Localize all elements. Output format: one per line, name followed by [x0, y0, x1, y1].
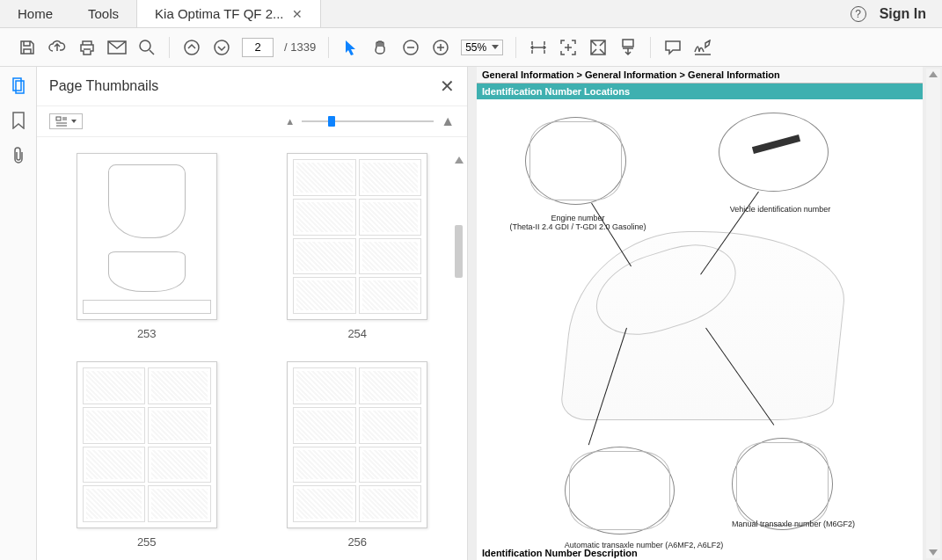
- close-icon[interactable]: ✕: [292, 7, 303, 21]
- toolbar: / 1339 55%: [0, 28, 942, 67]
- top-right: ? Sign In: [851, 0, 942, 27]
- thumbnail-item[interactable]: 254: [266, 153, 450, 340]
- thumbnail-item[interactable]: 253: [55, 153, 239, 340]
- pointer-icon[interactable]: [341, 38, 361, 57]
- callout-vin: [719, 113, 829, 192]
- diagram: Engine number(Theta-II 2.4 GDI / T-GDI 2…: [477, 99, 923, 521]
- page-number-input[interactable]: [242, 38, 274, 57]
- svg-rect-5: [56, 117, 61, 120]
- svg-point-1: [185, 40, 199, 55]
- zoom-select[interactable]: 55%: [461, 40, 503, 55]
- search-icon[interactable]: [137, 38, 157, 57]
- thumbnail-item[interactable]: 256: [266, 361, 450, 549]
- label-engine: Engine number(Theta-II 2.4 GDI / T-GDI 2…: [499, 214, 657, 231]
- fit-page-icon[interactable]: [559, 38, 578, 57]
- tab-home[interactable]: Home: [0, 0, 70, 27]
- top-tabs: Home Tools Kia Optima TF QF 2... ✕ ? Sig…: [0, 0, 942, 28]
- hand-icon[interactable]: [371, 38, 391, 57]
- cloud-upload-icon[interactable]: [47, 38, 67, 57]
- thumbnail-size-slider[interactable]: ▲ ▲: [285, 113, 455, 129]
- email-icon[interactable]: [107, 38, 127, 57]
- thumbnail-number: 255: [137, 535, 157, 549]
- svg-point-2: [215, 40, 229, 55]
- thumbnail-number: 254: [347, 327, 367, 340]
- large-thumb-icon: ▲: [441, 113, 455, 129]
- small-thumb-icon: ▲: [285, 116, 295, 127]
- sign-icon[interactable]: [693, 38, 712, 57]
- thumbnail-panel: Page Thumbnails ✕ ▲ ▲ 253: [37, 67, 468, 560]
- comment-icon[interactable]: [663, 38, 683, 57]
- section-title: Identification Number Locations: [477, 84, 923, 99]
- main: Page Thumbnails ✕ ▲ ▲ 253: [0, 67, 942, 560]
- close-panel-icon[interactable]: ✕: [440, 76, 455, 97]
- document-page: General Information > General Informatio…: [477, 67, 923, 560]
- document-scrollbar[interactable]: [926, 69, 940, 558]
- thumbnail-number: 253: [137, 327, 157, 340]
- help-icon[interactable]: ?: [851, 6, 866, 22]
- subheading: Identification Number Description: [477, 546, 643, 560]
- page-total: / 1339: [284, 40, 316, 54]
- bookmark-rail-icon[interactable]: [9, 111, 28, 130]
- callout-manual-transaxle: [732, 438, 833, 530]
- car-outline: [569, 231, 842, 420]
- tab-file-label: Kia Optima TF QF 2...: [155, 6, 283, 21]
- attachment-rail-icon[interactable]: [9, 146, 28, 165]
- tab-tools[interactable]: Tools: [70, 0, 136, 27]
- page-down-icon[interactable]: [212, 38, 231, 57]
- fullscreen-icon[interactable]: [588, 38, 608, 57]
- label-manual: Manual transaxle number (M6GF2): [719, 520, 868, 528]
- save-icon[interactable]: [18, 38, 37, 57]
- tab-file[interactable]: Kia Optima TF QF 2... ✕: [136, 0, 321, 27]
- panel-title: Page Thumbnails: [49, 78, 158, 94]
- sign-in-button[interactable]: Sign In: [880, 6, 926, 22]
- fit-width-icon[interactable]: [529, 38, 548, 57]
- thumbnail-item[interactable]: 255: [55, 361, 239, 549]
- left-rail: [0, 67, 37, 560]
- scroll-mode-icon[interactable]: [618, 38, 638, 57]
- thumbnail-scrollbar[interactable]: [455, 146, 464, 560]
- callout-engine: [525, 117, 626, 205]
- callout-auto-transaxle: [565, 447, 675, 535]
- breadcrumb: General Information > General Informatio…: [477, 67, 923, 84]
- svg-point-0: [140, 40, 150, 51]
- page-up-icon[interactable]: [182, 38, 201, 57]
- thumbnail-grid[interactable]: 253 254 255: [37, 137, 467, 560]
- thumbnail-number: 256: [347, 535, 367, 549]
- zoom-in-icon[interactable]: [431, 38, 450, 57]
- thumbnails-rail-icon[interactable]: [9, 76, 28, 95]
- document-area[interactable]: General Information > General Informatio…: [468, 67, 942, 560]
- thumbnail-options[interactable]: [49, 113, 83, 129]
- label-vin: Vehicle identification number: [710, 205, 851, 214]
- print-icon[interactable]: [77, 38, 97, 57]
- zoom-out-icon[interactable]: [401, 38, 420, 57]
